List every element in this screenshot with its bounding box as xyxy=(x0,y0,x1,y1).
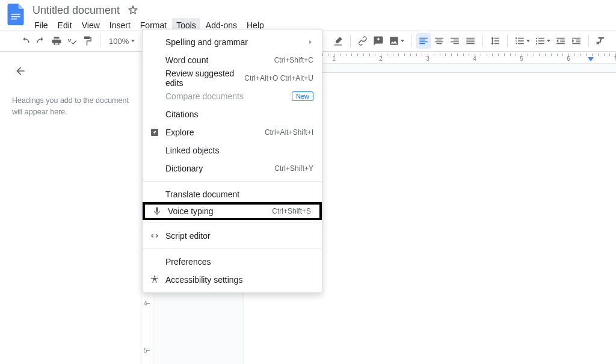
outline-empty-hint: Headings you add to the document will ap… xyxy=(12,95,129,118)
shortcut-label: Ctrl+Shift+C xyxy=(274,56,313,64)
svg-rect-2 xyxy=(11,19,17,20)
tools-menu-translate[interactable]: Translate document xyxy=(143,185,322,203)
decrease-indent-button[interactable] xyxy=(553,33,568,49)
chevron-down-icon xyxy=(131,40,135,42)
shortcut-label: Ctrl+Shift+Y xyxy=(274,164,313,173)
tools-menu-explore[interactable]: ExploreCtrl+Alt+Shift+I xyxy=(143,123,322,141)
ruler-number: 7 xyxy=(614,55,616,62)
outline-collapse-button[interactable] xyxy=(12,63,29,79)
menu-item-label: Accessibility settings xyxy=(165,275,313,285)
title-block: Untitled document FileEditViewInsertForm… xyxy=(30,4,268,32)
menu-item-label: Word count xyxy=(165,55,271,65)
align-center-button[interactable] xyxy=(432,33,446,49)
line-spacing-button[interactable] xyxy=(488,33,502,49)
doc-title[interactable]: Untitled document xyxy=(30,4,122,17)
mic-icon xyxy=(151,206,163,216)
a11y-icon xyxy=(149,275,161,285)
svg-rect-1 xyxy=(11,16,20,17)
shortcut-label: Ctrl+Shift+S xyxy=(272,207,311,215)
tools-menu-a11y[interactable]: Accessibility settings xyxy=(143,271,322,289)
menu-item-label: Linked objects xyxy=(165,146,313,155)
indent-marker[interactable] xyxy=(588,57,594,61)
menu-item-label: Dictionary xyxy=(165,164,271,173)
code-icon xyxy=(149,231,161,241)
ruler-number: 3 xyxy=(426,55,430,62)
bulleted-list-button[interactable] xyxy=(533,33,552,49)
align-justify-button[interactable] xyxy=(463,33,478,49)
new-badge: New xyxy=(292,91,313,101)
print-button[interactable] xyxy=(49,33,64,49)
spellcheck-button[interactable] xyxy=(65,33,79,49)
tools-menu-spelling[interactable]: Spelling and grammar xyxy=(143,33,322,51)
docs-logo[interactable] xyxy=(5,4,26,25)
menu-item-label: Voice typing xyxy=(168,206,268,216)
ruler-number: 4 xyxy=(473,55,476,62)
menu-item-label: Review suggested edits xyxy=(165,69,241,88)
explore-icon xyxy=(149,128,161,137)
chevron-down-icon xyxy=(547,40,550,42)
tools-menu-script[interactable]: Script editor xyxy=(143,227,322,245)
ruler-number: 2 xyxy=(379,55,383,62)
tools-menu-linked[interactable]: Linked objects xyxy=(143,141,322,159)
tools-menu-prefs[interactable]: Preferences xyxy=(143,253,322,271)
menu-item-label: Compare documents xyxy=(165,91,288,101)
insert-link-button[interactable] xyxy=(356,33,370,49)
paint-format-button[interactable] xyxy=(81,33,95,49)
clear-formatting-button[interactable] xyxy=(594,33,608,49)
tools-menu-dictionary[interactable]: DictionaryCtrl+Shift+Y xyxy=(143,159,322,177)
chevron-down-icon xyxy=(401,40,404,42)
align-right-button[interactable] xyxy=(448,33,462,49)
tools-menu-citations[interactable]: Citations xyxy=(143,105,322,123)
ruler-number: 1 xyxy=(332,55,336,62)
menu-item-label: Translate document xyxy=(165,190,313,199)
shortcut-label: Ctrl+Alt+Shift+I xyxy=(265,128,313,137)
redo-button[interactable] xyxy=(34,33,48,49)
zoom-select[interactable]: 100% xyxy=(105,33,138,49)
insert-image-button[interactable] xyxy=(387,33,406,49)
ruler-number: 5 xyxy=(520,55,523,62)
menu-item-label: Citations xyxy=(165,110,313,119)
shortcut-label: Ctrl+Alt+O Ctrl+Alt+U xyxy=(244,74,313,82)
menu-item-label: Spelling and grammar xyxy=(165,37,307,47)
tools-menu-compare: Compare documentsNew xyxy=(143,87,322,105)
chevron-down-icon xyxy=(526,40,530,42)
align-left-button[interactable] xyxy=(416,33,431,49)
menu-item-label: Explore xyxy=(165,128,261,137)
add-comment-button[interactable] xyxy=(371,33,386,49)
tools-menu-review[interactable]: Review suggested editsCtrl+Alt+O Ctrl+Al… xyxy=(143,69,322,87)
highlight-color-button[interactable] xyxy=(331,33,345,49)
numbered-list-button[interactable] xyxy=(513,33,532,49)
tools-menu-wordcount[interactable]: Word countCtrl+Shift+C xyxy=(143,51,322,69)
ruler-number: 6 xyxy=(567,55,570,62)
header: Untitled document FileEditViewInsertForm… xyxy=(0,0,616,30)
increase-indent-button[interactable] xyxy=(569,33,584,49)
outline-pane: Headings you add to the document will ap… xyxy=(0,52,141,364)
zoom-value: 100% xyxy=(109,37,129,46)
tools-menu-voice[interactable]: Voice typingCtrl+Shift+S xyxy=(143,202,322,220)
tools-menu-dropdown: Spelling and grammarWord countCtrl+Shift… xyxy=(142,29,322,293)
menu-item-label: Script editor xyxy=(165,231,313,241)
submenu-arrow-icon xyxy=(307,37,313,47)
menu-item-label: Preferences xyxy=(165,257,313,267)
undo-button[interactable] xyxy=(18,33,32,49)
star-button[interactable] xyxy=(127,4,139,16)
svg-rect-0 xyxy=(11,14,20,15)
